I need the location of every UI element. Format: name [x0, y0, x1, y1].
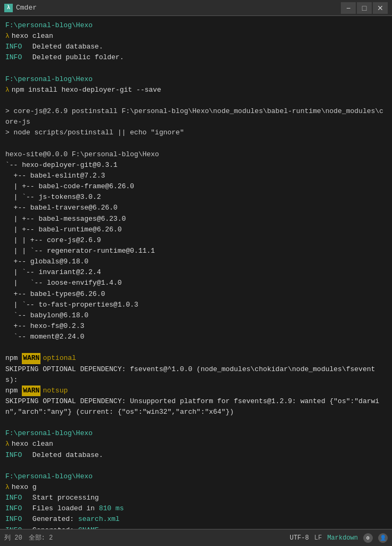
terminal-line: `-- babylon@6.18.0 [5, 310, 387, 321]
terminal-line: `-- moment@2.24.0 [5, 332, 387, 342]
terminal-line: F:\personal-blog\Hexo [5, 74, 387, 85]
warn-prefix: npm [5, 353, 22, 364]
terminal-line: | `-- loose-envify@1.4.0 [5, 278, 387, 288]
info-text: Deleted database. [24, 42, 103, 52]
terminal-line: > core-js@2.6.9 postinstall F:\personal-… [5, 106, 387, 127]
terminal-line: λnpm install hexo-deployer-git --save [5, 85, 387, 95]
language-label: Markdown [327, 534, 358, 542]
terminal-line: `-- hexo-deployer-git@0.3.1 [5, 160, 387, 171]
command-text: hexo g [12, 482, 37, 493]
terminal-line: +-- babel-traverse@6.26.0 [5, 203, 387, 213]
terminal-line [5, 139, 387, 149]
info-label: INFO [5, 525, 22, 529]
terminal-line: | | `-- regenerator-runtime@0.11.1 [5, 246, 387, 256]
path-label: F:\personal-blog\Hexo [5, 74, 93, 85]
title-bar: λ Cmder − □ ✕ [0, 0, 392, 16]
tree-text: +-- babel-eslint@7.2.3 [5, 171, 105, 181]
terminal-line: +-- babel-types@6.26.0 [5, 289, 387, 300]
window-controls: − □ ✕ [341, 2, 388, 14]
command-text: hexo clean [12, 31, 53, 42]
terminal-line: F:\personal-blog\Hexo [5, 428, 387, 439]
prompt-symbol: λ [5, 482, 10, 493]
tree-text: `-- hexo-deployer-git@0.3.1 [5, 160, 118, 171]
terminal-line: npm WARN optionalSKIPPING OPTIONAL DEPEN… [5, 353, 387, 385]
warn-keyword: notsup [43, 386, 68, 396]
settings-icon[interactable]: ⚙ [363, 533, 373, 543]
info-text: Generated: [24, 525, 78, 529]
info-text: Deleted database. [24, 450, 103, 461]
tree-text: `-- babylon@6.18.0 [5, 310, 88, 321]
warn-label: WARN [22, 386, 40, 396]
terminal-line [5, 95, 387, 106]
tree-text: | +-- babel-runtime@6.26.0 [5, 224, 121, 235]
terminal-line [5, 417, 387, 428]
terminal-line: npm WARN notsupSKIPPING OPTIONAL DEPENDE… [5, 386, 387, 417]
info-label: INFO [5, 514, 22, 525]
prompt-symbol: λ [5, 31, 10, 42]
tree-text: +-- hexo-fs@0.2.3 [5, 321, 84, 332]
tree-text: | +-- babel-messages@6.23.0 [5, 214, 126, 224]
terminal-line: λhexo g [5, 482, 387, 493]
warn-keyword: optional [43, 353, 76, 364]
terminal-line: | +-- babel-messages@6.23.0 [5, 214, 387, 224]
terminal-line: | +-- babel-runtime@6.26.0 [5, 224, 387, 235]
info-text: Files loaded in [24, 503, 99, 514]
line-ending-label: LF [314, 534, 322, 542]
prompt-symbol: λ [5, 439, 10, 449]
terminal-line: +-- hexo-fs@0.2.3 [5, 321, 387, 332]
terminal-line: INFO Files loaded in 810 ms [5, 503, 387, 514]
total-count: 全部: 2 [29, 533, 53, 542]
tree-text: | +-- babel-code-frame@6.26.0 [5, 181, 134, 192]
terminal-line: hexo-site@0.0.0 F:\personal-blog\Hexo [5, 149, 387, 160]
info-label: INFO [5, 52, 22, 63]
terminal-line: +-- babel-eslint@7.2.3 [5, 171, 387, 181]
prompt-symbol: λ [5, 85, 10, 95]
terminal-line: | `-- invariant@2.2.4 [5, 267, 387, 278]
warn-prefix: npm [5, 386, 22, 396]
info-label: INFO [5, 450, 22, 461]
terminal-line [5, 63, 387, 74]
terminal-line: +-- globals@9.18.0 [5, 256, 387, 267]
command-text: hexo clean [12, 439, 53, 449]
plain-text: > node scripts/postinstall || echo "igno… [5, 127, 184, 138]
plain-text: hexo-site@0.0.0 F:\personal-blog\Hexo [5, 149, 159, 160]
plain-text: > core-js@2.6.9 postinstall F:\personal-… [5, 106, 387, 127]
command-text: npm install hexo-deployer-git --save [12, 85, 161, 95]
tree-text: | `-- js-tokens@3.0.2 [5, 192, 101, 203]
info-highlight: search.xml [78, 514, 120, 525]
terminal-line: | `-- to-fast-properties@1.0.3 [5, 300, 387, 310]
cursor-position: 列 20 [4, 533, 22, 542]
terminal-line: λhexo clean [5, 439, 387, 449]
tree-text: +-- babel-types@6.26.0 [5, 289, 105, 300]
terminal-line: F:\personal-blog\Hexo [5, 20, 387, 31]
warn-text: SKIPPING OPTIONAL DEPENDENCY: fsevents@^… [5, 364, 387, 386]
status-bar: 列 20 全部: 2 UTF-8 LF Markdown ⚙ 👤 [0, 529, 392, 546]
tree-text: | | `-- regenerator-runtime@0.11.1 [5, 246, 155, 256]
path-label: F:\personal-blog\Hexo [5, 471, 93, 482]
tree-text: +-- babel-traverse@6.26.0 [5, 203, 118, 213]
terminal-line: λhexo clean [5, 31, 387, 42]
window-title: Cmder [16, 4, 341, 12]
maximize-button[interactable]: □ [357, 2, 372, 14]
info-text: Start processing [24, 493, 99, 503]
terminal-line: > node scripts/postinstall || echo "igno… [5, 127, 387, 138]
user-icon[interactable]: 👤 [378, 533, 388, 543]
path-label: F:\personal-blog\Hexo [5, 428, 93, 439]
terminal-line: INFO Deleted database. [5, 42, 387, 52]
terminal-output: F:\personal-blog\Hexoλhexo cleanINFO Del… [0, 16, 392, 529]
terminal-line: | `-- js-tokens@3.0.2 [5, 192, 387, 203]
path-label: F:\personal-blog\Hexo [5, 20, 93, 31]
info-label: INFO [5, 42, 22, 52]
encoding-label: UTF-8 [290, 534, 309, 542]
warn-text: SKIPPING OPTIONAL DEPENDENCY: Unsupporte… [5, 396, 387, 417]
close-button[interactable]: ✕ [373, 2, 388, 14]
terminal-line: F:\personal-blog\Hexo [5, 471, 387, 482]
info-highlight: CNAME [78, 525, 99, 529]
terminal-line: INFO Generated: search.xml [5, 514, 387, 525]
terminal-line: INFO Start processing [5, 493, 387, 503]
minimize-button[interactable]: − [341, 2, 356, 14]
status-right: UTF-8 LF Markdown ⚙ 👤 [290, 533, 388, 543]
terminal-line: INFO Deleted public folder. [5, 52, 387, 63]
terminal-line [5, 342, 387, 353]
tree-text: | `-- invariant@2.2.4 [5, 267, 101, 278]
